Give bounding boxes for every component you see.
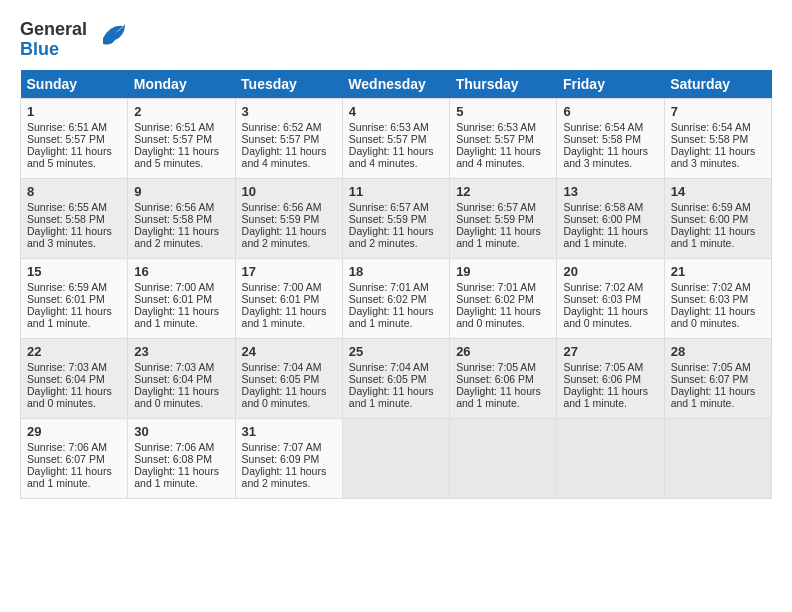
day-info-line: Daylight: 11 hours and 1 minute. [242, 305, 336, 329]
day-number: 25 [349, 344, 443, 359]
day-info-line: Daylight: 11 hours and 1 minute. [349, 385, 443, 409]
day-info-line: Sunrise: 6:52 AM [242, 121, 336, 133]
calendar-cell: 9Sunrise: 6:56 AMSunset: 5:58 PMDaylight… [128, 178, 235, 258]
day-info-line: Daylight: 11 hours and 4 minutes. [349, 145, 443, 169]
day-info-line: Sunset: 6:09 PM [242, 453, 336, 465]
weekday-header-row: SundayMondayTuesdayWednesdayThursdayFrid… [21, 70, 772, 99]
day-info-line: Sunrise: 6:51 AM [134, 121, 228, 133]
calendar-cell: 19Sunrise: 7:01 AMSunset: 6:02 PMDayligh… [450, 258, 557, 338]
day-info-line: Sunset: 6:03 PM [563, 293, 657, 305]
calendar-cell: 23Sunrise: 7:03 AMSunset: 6:04 PMDayligh… [128, 338, 235, 418]
calendar-cell: 31Sunrise: 7:07 AMSunset: 6:09 PMDayligh… [235, 418, 342, 498]
day-info-line: Sunrise: 7:04 AM [242, 361, 336, 373]
day-number: 10 [242, 184, 336, 199]
day-info-line: Sunset: 5:58 PM [134, 213, 228, 225]
calendar-cell: 29Sunrise: 7:06 AMSunset: 6:07 PMDayligh… [21, 418, 128, 498]
day-number: 13 [563, 184, 657, 199]
day-info-line: Sunset: 6:04 PM [134, 373, 228, 385]
day-info-line: Sunrise: 7:01 AM [456, 281, 550, 293]
day-info-line: Sunrise: 6:51 AM [27, 121, 121, 133]
calendar-cell: 20Sunrise: 7:02 AMSunset: 6:03 PMDayligh… [557, 258, 664, 338]
day-info-line: Daylight: 11 hours and 1 minute. [671, 385, 765, 409]
day-number: 30 [134, 424, 228, 439]
day-info-line: Daylight: 11 hours and 1 minute. [134, 465, 228, 489]
logo-general: General [20, 20, 87, 40]
day-info-line: Daylight: 11 hours and 4 minutes. [242, 145, 336, 169]
day-info-line: Sunset: 5:57 PM [134, 133, 228, 145]
weekday-header-tuesday: Tuesday [235, 70, 342, 99]
weekday-header-saturday: Saturday [664, 70, 771, 99]
calendar-cell: 6Sunrise: 6:54 AMSunset: 5:58 PMDaylight… [557, 98, 664, 178]
day-number: 17 [242, 264, 336, 279]
day-number: 20 [563, 264, 657, 279]
calendar-cell: 11Sunrise: 6:57 AMSunset: 5:59 PMDayligh… [342, 178, 449, 258]
day-info-line: Sunset: 6:00 PM [563, 213, 657, 225]
day-info-line: Sunrise: 7:05 AM [671, 361, 765, 373]
day-info-line: Sunset: 5:57 PM [27, 133, 121, 145]
calendar-cell: 26Sunrise: 7:05 AMSunset: 6:06 PMDayligh… [450, 338, 557, 418]
day-info-line: Sunrise: 6:57 AM [456, 201, 550, 213]
logo-bird-icon [93, 16, 129, 59]
day-number: 7 [671, 104, 765, 119]
day-info-line: Sunrise: 7:00 AM [134, 281, 228, 293]
day-info-line: Daylight: 11 hours and 1 minute. [134, 305, 228, 329]
calendar-week-row: 1Sunrise: 6:51 AMSunset: 5:57 PMDaylight… [21, 98, 772, 178]
calendar-cell: 4Sunrise: 6:53 AMSunset: 5:57 PMDaylight… [342, 98, 449, 178]
calendar-cell [557, 418, 664, 498]
day-info-line: Sunrise: 6:56 AM [134, 201, 228, 213]
day-info-line: Sunset: 6:05 PM [349, 373, 443, 385]
day-info-line: Daylight: 11 hours and 1 minute. [27, 305, 121, 329]
calendar-cell: 10Sunrise: 6:56 AMSunset: 5:59 PMDayligh… [235, 178, 342, 258]
calendar-week-row: 29Sunrise: 7:06 AMSunset: 6:07 PMDayligh… [21, 418, 772, 498]
day-number: 3 [242, 104, 336, 119]
day-info-line: Daylight: 11 hours and 0 minutes. [671, 305, 765, 329]
day-info-line: Daylight: 11 hours and 0 minutes. [456, 305, 550, 329]
day-number: 11 [349, 184, 443, 199]
day-info-line: Sunrise: 7:05 AM [563, 361, 657, 373]
calendar-cell: 5Sunrise: 6:53 AMSunset: 5:57 PMDaylight… [450, 98, 557, 178]
day-info-line: Daylight: 11 hours and 4 minutes. [456, 145, 550, 169]
day-info-line: Daylight: 11 hours and 2 minutes. [349, 225, 443, 249]
day-info-line: Sunrise: 6:54 AM [671, 121, 765, 133]
day-number: 5 [456, 104, 550, 119]
day-info-line: Daylight: 11 hours and 1 minute. [671, 225, 765, 249]
calendar-cell: 13Sunrise: 6:58 AMSunset: 6:00 PMDayligh… [557, 178, 664, 258]
calendar-cell: 16Sunrise: 7:00 AMSunset: 6:01 PMDayligh… [128, 258, 235, 338]
day-info-line: Daylight: 11 hours and 1 minute. [563, 225, 657, 249]
day-info-line: Sunrise: 6:56 AM [242, 201, 336, 213]
weekday-header-wednesday: Wednesday [342, 70, 449, 99]
calendar-cell: 15Sunrise: 6:59 AMSunset: 6:01 PMDayligh… [21, 258, 128, 338]
calendar-cell: 8Sunrise: 6:55 AMSunset: 5:58 PMDaylight… [21, 178, 128, 258]
day-info-line: Sunrise: 7:06 AM [134, 441, 228, 453]
calendar-cell: 30Sunrise: 7:06 AMSunset: 6:08 PMDayligh… [128, 418, 235, 498]
day-number: 8 [27, 184, 121, 199]
day-number: 16 [134, 264, 228, 279]
day-info-line: Daylight: 11 hours and 1 minute. [456, 385, 550, 409]
calendar-cell: 12Sunrise: 6:57 AMSunset: 5:59 PMDayligh… [450, 178, 557, 258]
day-info-line: Sunset: 5:59 PM [242, 213, 336, 225]
day-info-line: Sunset: 5:57 PM [456, 133, 550, 145]
day-info-line: Daylight: 11 hours and 5 minutes. [27, 145, 121, 169]
day-info-line: Sunrise: 7:01 AM [349, 281, 443, 293]
day-info-line: Daylight: 11 hours and 2 minutes. [134, 225, 228, 249]
day-info-line: Sunset: 6:06 PM [456, 373, 550, 385]
day-info-line: Sunset: 6:08 PM [134, 453, 228, 465]
day-info-line: Sunrise: 6:59 AM [671, 201, 765, 213]
calendar-table: SundayMondayTuesdayWednesdayThursdayFrid… [20, 70, 772, 499]
calendar-cell: 18Sunrise: 7:01 AMSunset: 6:02 PMDayligh… [342, 258, 449, 338]
day-number: 2 [134, 104, 228, 119]
day-info-line: Sunset: 5:59 PM [456, 213, 550, 225]
day-number: 15 [27, 264, 121, 279]
day-info-line: Sunrise: 6:53 AM [456, 121, 550, 133]
day-number: 24 [242, 344, 336, 359]
day-number: 31 [242, 424, 336, 439]
calendar-week-row: 22Sunrise: 7:03 AMSunset: 6:04 PMDayligh… [21, 338, 772, 418]
day-number: 23 [134, 344, 228, 359]
day-info-line: Daylight: 11 hours and 1 minute. [456, 225, 550, 249]
calendar-cell: 17Sunrise: 7:00 AMSunset: 6:01 PMDayligh… [235, 258, 342, 338]
day-number: 26 [456, 344, 550, 359]
calendar-cell: 22Sunrise: 7:03 AMSunset: 6:04 PMDayligh… [21, 338, 128, 418]
day-info-line: Sunrise: 7:06 AM [27, 441, 121, 453]
logo: General Blue [20, 20, 129, 60]
calendar-cell: 14Sunrise: 6:59 AMSunset: 6:00 PMDayligh… [664, 178, 771, 258]
